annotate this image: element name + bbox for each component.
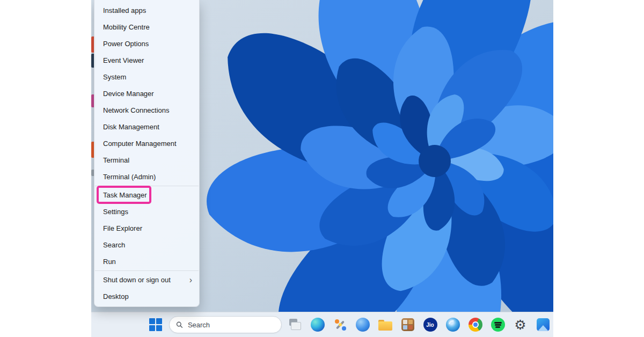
menu-item-label: File Explorer (103, 224, 142, 232)
menu-item-device-manager[interactable]: Device Manager (94, 85, 199, 102)
menu-item-label: Terminal (Admin) (103, 173, 156, 181)
window-app-icon (288, 318, 302, 332)
menu-item-network-connections[interactable]: Network Connections (94, 102, 199, 119)
taskbar-icon-photos[interactable] (534, 316, 552, 334)
menu-item-file-explorer[interactable]: File Explorer (94, 220, 199, 237)
menu-item-label: Terminal (103, 156, 129, 164)
menu-item-installed-apps[interactable]: Installed apps (94, 2, 199, 19)
app-grid-icon (401, 318, 414, 331)
menu-item-search[interactable]: Search (94, 237, 199, 253)
paint-icon (333, 318, 347, 332)
menu-item-label: Power Options (103, 40, 149, 48)
taskbar-icon-browser[interactable] (354, 316, 372, 334)
menu-item-system[interactable]: System (94, 69, 199, 85)
menu-separator (95, 270, 199, 271)
menu-item-mobility-centre[interactable]: Mobility Centre (94, 19, 199, 35)
menu-item-shut-down-or-sign-out[interactable]: Shut down or sign out › (94, 272, 199, 288)
taskbar-icon-chrome[interactable] (466, 316, 485, 334)
menu-item-label: Mobility Centre (103, 23, 150, 31)
menu-item-power-options[interactable]: Power Options (94, 35, 199, 52)
screenshot-canvas: Installed apps Mobility Centre Power Opt… (0, 0, 644, 337)
taskbar-icon-store[interactable] (399, 316, 417, 334)
taskbar-icon-jio[interactable]: Jio (421, 316, 440, 334)
windows-desktop: Installed apps Mobility Centre Power Opt… (91, 0, 553, 337)
search-input[interactable] (187, 320, 275, 329)
menu-item-event-viewer[interactable]: Event Viewer (94, 52, 199, 69)
menu-item-computer-management[interactable]: Computer Management (94, 135, 199, 152)
menu-item-settings[interactable]: Settings (94, 203, 199, 220)
jio-icon: Jio (423, 318, 437, 332)
menu-item-disk-management[interactable]: Disk Management (94, 119, 199, 135)
windows-logo-icon (149, 318, 162, 331)
menu-item-label: Run (103, 258, 116, 266)
taskbar-icon-paint[interactable] (331, 316, 349, 334)
search-icon (176, 321, 182, 328)
start-button[interactable] (147, 316, 165, 334)
taskbar-icon-edge[interactable] (309, 316, 327, 334)
taskbar-icon-spotify[interactable] (489, 316, 507, 334)
blue-globe-icon (356, 318, 370, 332)
menu-item-desktop[interactable]: Desktop (94, 288, 199, 305)
menu-item-label: Event Viewer (103, 56, 144, 64)
menu-item-label: Shut down or sign out (103, 276, 171, 284)
taskbar-icon-window-app[interactable] (286, 316, 304, 334)
taskbar: Jio ⚙ (91, 312, 553, 337)
menu-item-task-manager[interactable]: Task Manager (94, 187, 199, 203)
taskbar-icon-file-explorer[interactable] (376, 316, 394, 334)
photos-icon (537, 318, 550, 331)
edge-blue-browser-icon (446, 318, 460, 332)
menu-separator (95, 186, 199, 186)
menu-item-terminal[interactable]: Terminal (94, 152, 199, 169)
menu-item-label: Desktop (103, 292, 129, 301)
menu-item-label: Disk Management (103, 123, 159, 131)
taskbar-icon-settings[interactable]: ⚙ (511, 316, 530, 334)
folder-icon (378, 320, 392, 331)
edge-browser-icon (311, 318, 325, 332)
menu-item-label: Network Connections (103, 106, 170, 114)
menu-item-label: Task Manager (103, 191, 147, 199)
chevron-right-icon: › (189, 272, 192, 288)
menu-item-terminal-admin[interactable]: Terminal (Admin) (94, 169, 199, 185)
menu-item-label: Device Manager (103, 90, 154, 98)
spotify-icon (491, 318, 505, 332)
menu-item-label: Computer Management (103, 140, 177, 148)
taskbar-search-box[interactable] (169, 316, 282, 333)
menu-item-label: Settings (103, 208, 128, 216)
gear-icon: ⚙ (514, 318, 528, 332)
taskbar-icon-edge-blue[interactable] (444, 316, 462, 334)
menu-item-label: System (103, 73, 126, 81)
menu-item-run[interactable]: Run (94, 253, 199, 270)
winx-menu: Installed apps Mobility Centre Power Opt… (94, 0, 200, 307)
chrome-icon (469, 318, 482, 332)
taskbar-icon-cluster: Jio ⚙ (147, 316, 552, 334)
menu-item-label: Installed apps (103, 6, 146, 14)
menu-item-label: Search (103, 241, 125, 249)
